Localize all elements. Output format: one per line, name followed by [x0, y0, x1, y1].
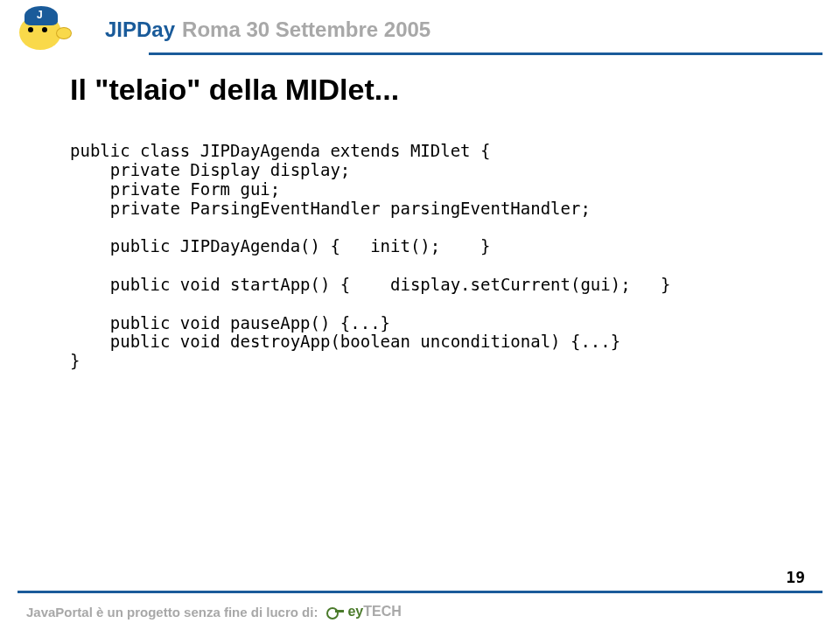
- header-title: JIPDayRoma 30 Settembre 2005: [105, 18, 430, 42]
- slide-footer: JavaPortal è un progetto senza fine di l…: [0, 593, 840, 630]
- event-info: Roma 30 Settembre 2005: [182, 18, 430, 41]
- slide-content: Il "telaio" della MIDlet... public class…: [0, 55, 840, 371]
- footer-logo: eyTECH: [326, 604, 401, 620]
- key-icon: [326, 606, 346, 618]
- logo-text: eyTECH: [347, 604, 401, 620]
- brand-name: JIPDay: [105, 18, 175, 41]
- page-number: 19: [786, 568, 805, 586]
- code-block: public class JIPDayAgenda extends MIDlet…: [70, 142, 770, 371]
- footer-text: JavaPortal è un progetto senza fine di l…: [26, 605, 318, 620]
- mascot-icon: [18, 8, 79, 52]
- slide-title: Il "telaio" della MIDlet...: [70, 73, 770, 107]
- slide-header: JIPDayRoma 30 Settembre 2005: [0, 0, 840, 52]
